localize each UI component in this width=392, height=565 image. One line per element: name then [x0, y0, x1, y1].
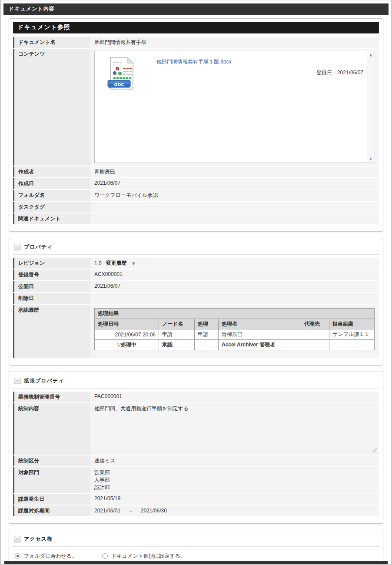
access-rights-header: − アクセス権	[13, 533, 379, 547]
page-title-bar: ドキュメント内容	[3, 3, 389, 15]
radio-individual-mode-label[interactable]: ドキュメント個別に設定する。	[111, 552, 186, 560]
field-row-folder-name: フォルダ名 ワークフローモバイル承認	[13, 190, 379, 202]
creator-value: 青柳辰巳	[90, 166, 379, 177]
cell-datetime: 2021/06/07 20:06	[95, 329, 159, 340]
extended-properties-title: 拡張プロパティ	[24, 377, 64, 385]
next-section-bar	[4, 561, 388, 564]
contents-value: doc 他部門間情報共有手順１版.docx 登録日：2021/06/07 ∧ ∨	[90, 49, 379, 166]
department-item: 営業部	[94, 469, 375, 476]
target-departments-label: 対象部門	[13, 467, 90, 493]
field-row-contents: コンテンツ	[13, 49, 379, 166]
cell-action: 申請	[195, 329, 219, 340]
field-row-approval-history: 承認履歴 処理結果 処理日時 ノード名 処理 処理者 代理先 担当組織	[13, 305, 379, 359]
period-tilde: ～	[128, 508, 133, 514]
document-name-label: ドキュメント名	[13, 37, 90, 48]
collapse-icon[interactable]: −	[14, 244, 20, 250]
radio-folder-mode[interactable]	[15, 553, 20, 559]
col-header-action: 処理	[195, 319, 219, 329]
delete-date-label: 削除日	[13, 293, 90, 304]
cell-organization	[329, 340, 375, 350]
folder-name-label: フォルダ名	[13, 190, 90, 201]
field-row-revision: レビジョン 1.0 変更履歴 ▼	[13, 258, 379, 269]
field-row-control-number: 業務統制管理番号 PAC000001	[13, 392, 379, 403]
properties-panel: − プロパティ レビジョン 1.0 変更履歴 ▼ 登録番号 ACX000001 …	[9, 238, 383, 366]
registration-number-label: 登録番号	[13, 269, 90, 280]
task-tag-label: タスクタグ	[13, 202, 90, 213]
svg-text:doc: doc	[114, 81, 124, 87]
cell-action	[195, 340, 219, 350]
cell-node: 申請	[159, 329, 195, 340]
table-row-current: ▽処理中 承認 Accel Archiver 管理者	[95, 340, 375, 350]
contents-viewer: doc 他部門間情報共有手順１版.docx 登録日：2021/06/07 ∧ ∨	[94, 51, 375, 163]
revision-number: 1.0	[94, 260, 102, 266]
control-class-label: 統制区分	[13, 455, 90, 466]
chevron-down-icon[interactable]: ▼	[131, 261, 136, 266]
target-departments-value: 営業部 人事部 設計部	[90, 467, 379, 493]
control-class-value: 連絡ミス	[90, 455, 379, 466]
scroll-down-icon[interactable]: ∨	[369, 157, 372, 160]
access-rights-title: アクセス権	[24, 535, 53, 543]
cell-proxy	[301, 340, 329, 350]
table-row: 2021/06/07 20:06 申請 申請 青柳辰巳 サンプル課１１	[95, 329, 375, 340]
response-period-label: 課題対処期間	[13, 505, 90, 516]
properties-title: プロパティ	[24, 243, 53, 251]
properties-header: − プロパティ	[13, 241, 379, 255]
field-row-related-documents: 関連ドキュメント	[13, 213, 379, 225]
creator-label: 作成者	[13, 166, 90, 177]
issue-date-label: 課題発生日	[13, 494, 90, 505]
extended-properties-panel: − 拡張プロパティ 業務統制管理番号 PAC000001 統制内容 他部門間、共…	[9, 372, 383, 524]
doc-file-icon: doc	[107, 56, 136, 93]
department-item: 設計部	[94, 484, 375, 491]
related-documents-value	[90, 213, 379, 224]
approval-history-label: 承認履歴	[13, 305, 90, 358]
field-row-response-period: 課題対処期間 2021/06/01 ～ 2021/06/30	[13, 505, 379, 517]
field-row-document-name: ドキュメント名 他部門間情報共有手順	[13, 37, 379, 49]
document-panel: ドキュメント参照 ドキュメント名 他部門間情報共有手順 コンテンツ	[9, 18, 383, 232]
radio-folder-mode-label[interactable]: フォルダに合わせる。	[24, 552, 77, 560]
access-rights-panel: − アクセス権 フォルダに合わせる。 ドキュメント個別に設定する。 分類 名称 …	[9, 530, 383, 565]
extended-properties-header: − 拡張プロパティ	[13, 375, 379, 389]
col-header-organization: 担当組織	[329, 319, 375, 329]
revision-value: 1.0 変更履歴 ▼	[90, 258, 379, 269]
cell-proxy	[301, 329, 329, 340]
file-entry: doc 他部門間情報共有手順１版.docx 登録日：2021/06/07	[95, 51, 375, 93]
page-title: ドキュメント内容	[9, 6, 55, 12]
radio-individual-mode[interactable]	[102, 553, 108, 559]
field-row-task-tag: タスクタグ	[13, 202, 379, 213]
view-title: ドキュメント参照	[17, 23, 70, 30]
collapse-icon[interactable]: −	[14, 536, 20, 542]
scroll-up-icon[interactable]: ∧	[369, 53, 372, 57]
publish-date-label: 公開日	[13, 281, 90, 292]
col-header-node: ノード名	[159, 319, 195, 329]
file-meta: 他部門間情報共有手順１版.docx 登録日：2021/06/07	[136, 56, 363, 93]
field-row-created-date: 作成日 2021/06/07	[13, 178, 379, 190]
resize-grip-icon[interactable]	[371, 447, 377, 452]
task-tag-value	[90, 202, 379, 213]
col-header-proxy: 代理先	[301, 319, 329, 329]
delete-date-value	[90, 293, 379, 304]
field-row-issue-date: 課題発生日 2021/05/19	[13, 494, 379, 505]
department-item: 人事部	[94, 476, 375, 484]
document-name-value: 他部門間情報共有手順	[90, 37, 379, 48]
approval-history-value: 処理結果 処理日時 ノード名 処理 処理者 代理先 担当組織	[90, 305, 379, 358]
created-date-label: 作成日	[13, 178, 90, 189]
field-row-creator: 作成者 青柳辰巳	[13, 166, 379, 178]
contents-scrollbar[interactable]: ∧ ∨	[367, 52, 374, 162]
col-header-person: 処理者	[219, 319, 301, 329]
change-history-link[interactable]: 変更履歴	[106, 259, 127, 267]
registration-date: 登録日：2021/06/07	[136, 69, 363, 76]
contents-label: コンテンツ	[13, 49, 90, 166]
field-row-control-content: 統制内容 他部門間、共通用務遂行手順を制定する	[13, 403, 379, 455]
response-period-value: 2021/06/01 ～ 2021/06/30	[90, 505, 379, 516]
folder-name-value: ワークフローモバイル承認	[90, 190, 379, 201]
control-content-textarea[interactable]: 他部門間、共通用務遂行手順を制定する	[90, 403, 379, 455]
collapse-icon[interactable]: −	[14, 378, 20, 384]
file-link[interactable]: 他部門間情報共有手順１版.docx	[156, 59, 232, 65]
col-header-datetime: 処理日時	[95, 319, 159, 329]
revision-label: レビジョン	[13, 258, 90, 269]
registration-number-value: ACX000001	[90, 269, 379, 280]
cell-node: 承認	[159, 340, 195, 350]
period-from: 2021/06/01	[94, 508, 120, 514]
view-title-bar: ドキュメント参照	[13, 22, 379, 33]
cell-organization: サンプル課１１	[329, 329, 375, 340]
